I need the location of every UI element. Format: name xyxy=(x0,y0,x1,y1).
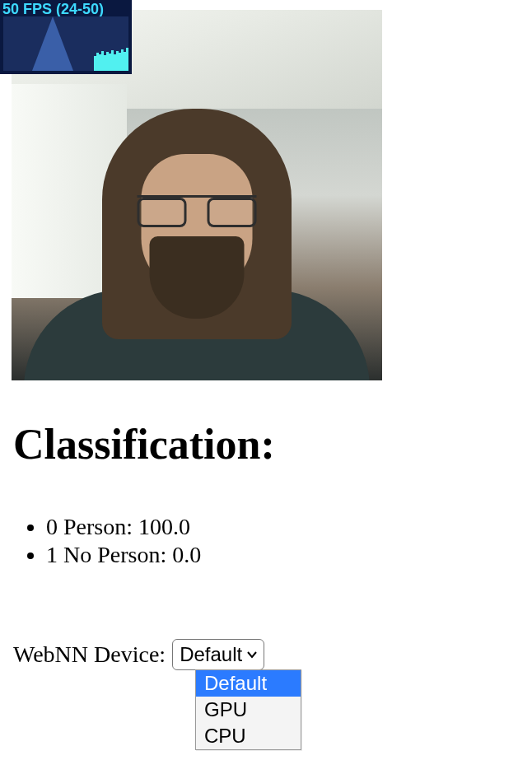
device-select[interactable]: Default xyxy=(172,639,264,670)
video-lens-left xyxy=(138,198,187,227)
fps-bar xyxy=(126,48,128,71)
device-dropdown[interactable]: DefaultGPUCPU xyxy=(195,669,301,750)
fps-bars xyxy=(94,48,128,71)
list-item: 1 No Person: 0.0 xyxy=(46,542,201,568)
dropdown-option-default[interactable]: Default xyxy=(196,670,301,697)
chevron-down-icon xyxy=(245,643,259,666)
dropdown-option-cpu[interactable]: CPU xyxy=(196,723,301,749)
classification-list: 0 Person: 100.01 No Person: 0.0 xyxy=(46,514,201,570)
video-person xyxy=(57,109,337,380)
device-selected-value: Default xyxy=(180,643,242,666)
video-glasses xyxy=(138,195,257,225)
list-item: 0 Person: 100.0 xyxy=(46,514,201,540)
classification-heading: Classification: xyxy=(13,420,275,469)
device-row: WebNN Device: Default xyxy=(13,639,264,670)
fps-text: 50 FPS (24-50) xyxy=(2,1,104,18)
fps-peak-shape xyxy=(32,16,73,71)
fps-overlay: 50 FPS (24-50) xyxy=(0,0,132,74)
fps-graph xyxy=(3,16,128,71)
device-label: WebNN Device: xyxy=(13,641,166,668)
video-lens-right xyxy=(208,198,257,227)
dropdown-option-gpu[interactable]: GPU xyxy=(196,697,301,723)
